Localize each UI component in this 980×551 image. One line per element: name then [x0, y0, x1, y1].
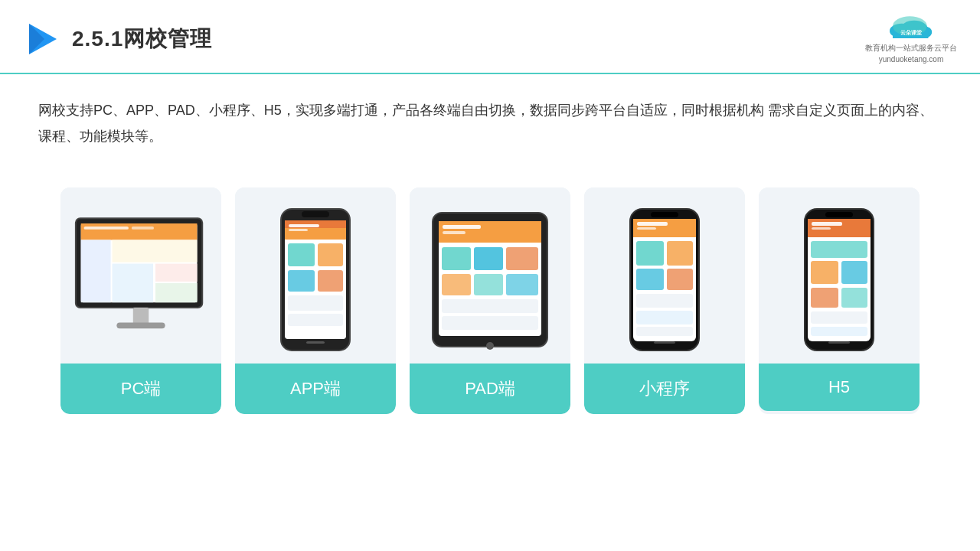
- svg-rect-31: [289, 224, 319, 227]
- svg-rect-16: [84, 227, 129, 230]
- svg-rect-39: [474, 247, 503, 270]
- svg-rect-60: [637, 227, 656, 230]
- svg-rect-44: [442, 299, 538, 313]
- svg-rect-67: [811, 261, 838, 284]
- svg-rect-33: [306, 341, 325, 344]
- svg-rect-71: [811, 311, 867, 324]
- card-image-miniapp: [584, 187, 745, 364]
- card-pad: PAD端: [410, 187, 570, 414]
- svg-rect-53: [667, 241, 693, 266]
- device-pc-svg: [72, 213, 210, 347]
- svg-rect-32: [289, 229, 308, 231]
- svg-rect-25: [288, 243, 315, 266]
- svg-rect-14: [155, 263, 197, 281]
- svg-rect-45: [442, 316, 538, 330]
- svg-rect-26: [318, 243, 343, 266]
- header: 2.5.1网校管理 云朵课堂 教育机构一站式服务云平台 yunduoketang…: [0, 0, 980, 74]
- svg-text:云朵课堂: 云朵课堂: [900, 29, 923, 36]
- svg-rect-42: [474, 274, 503, 295]
- card-label-h5: H5: [759, 364, 920, 411]
- svg-rect-11: [81, 240, 111, 302]
- svg-rect-54: [636, 269, 664, 290]
- svg-rect-56: [636, 294, 693, 308]
- logo-url: yunduoketang.com: [879, 55, 944, 64]
- svg-rect-29: [288, 295, 343, 311]
- svg-rect-19: [116, 322, 165, 328]
- card-image-h5: [759, 187, 920, 364]
- logo-icon: 云朵课堂: [880, 14, 942, 41]
- card-label-miniapp: 小程序: [584, 364, 745, 414]
- svg-rect-59: [637, 222, 668, 226]
- device-app-svg: [277, 205, 354, 354]
- svg-rect-52: [636, 241, 664, 266]
- svg-rect-57: [636, 311, 693, 324]
- header-left: 2.5.1网校管理: [23, 21, 212, 57]
- card-pc: PC端: [60, 187, 221, 414]
- svg-rect-69: [811, 288, 838, 308]
- card-label-app: APP端: [235, 364, 396, 414]
- svg-rect-73: [812, 222, 842, 226]
- svg-rect-50: [651, 212, 678, 217]
- card-h5: H5: [759, 187, 920, 414]
- device-pad-svg: [429, 209, 551, 350]
- svg-rect-30: [288, 314, 343, 326]
- card-image-pad: [410, 187, 570, 364]
- svg-rect-17: [132, 227, 154, 230]
- play-icon: [23, 21, 60, 57]
- device-miniapp-svg: [626, 205, 703, 354]
- device-h5-svg: [801, 205, 877, 354]
- svg-rect-68: [841, 261, 867, 284]
- svg-rect-22: [302, 211, 329, 217]
- svg-rect-41: [442, 274, 471, 295]
- page-title: 2.5.1网校管理: [72, 24, 212, 54]
- svg-rect-47: [443, 231, 466, 234]
- svg-rect-64: [825, 212, 853, 217]
- svg-rect-38: [442, 247, 471, 270]
- svg-rect-18: [133, 308, 149, 324]
- logo-tagline: 教育机构一站式服务云平台: [865, 43, 957, 54]
- svg-rect-40: [506, 247, 538, 270]
- svg-point-36: [486, 342, 494, 350]
- card-image-pc: [60, 187, 221, 364]
- svg-rect-66: [811, 241, 867, 258]
- card-image-app: [235, 187, 396, 364]
- cards-container: PC端: [0, 165, 980, 429]
- svg-rect-13: [113, 263, 154, 302]
- svg-rect-15: [155, 283, 197, 302]
- svg-rect-72: [811, 327, 867, 336]
- card-label-pc: PC端: [60, 364, 221, 414]
- description-text: 网校支持PC、APP、PAD、小程序、H5，实现多端打通，产品各终端自由切换，数…: [0, 74, 980, 157]
- card-app: APP端: [235, 187, 396, 414]
- svg-rect-74: [812, 227, 831, 230]
- svg-rect-28: [318, 270, 343, 292]
- svg-rect-55: [667, 269, 693, 290]
- logo-area: 云朵课堂 教育机构一站式服务云平台 yunduoketang.com: [865, 14, 957, 64]
- svg-rect-61: [654, 341, 675, 344]
- svg-rect-70: [841, 288, 867, 308]
- svg-rect-10: [81, 223, 198, 240]
- svg-rect-12: [113, 240, 198, 262]
- card-label-pad: PAD端: [410, 364, 570, 414]
- card-miniapp: 小程序: [584, 187, 745, 414]
- svg-rect-46: [443, 225, 481, 229]
- svg-rect-75: [828, 341, 850, 344]
- svg-rect-27: [288, 270, 315, 292]
- svg-rect-43: [506, 274, 538, 295]
- svg-rect-58: [636, 327, 693, 336]
